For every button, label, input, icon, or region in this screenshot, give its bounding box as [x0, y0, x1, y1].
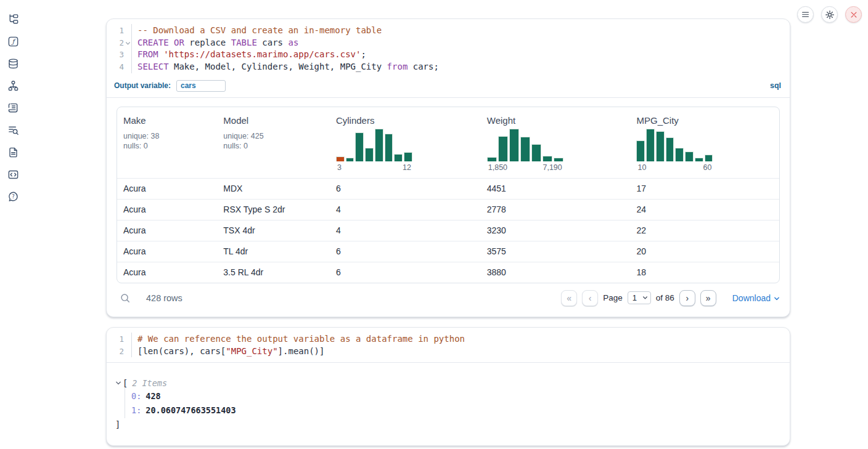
column-label: Model	[223, 115, 327, 126]
histogram-bar	[554, 158, 563, 161]
shutdown-button[interactable]	[845, 6, 862, 23]
line-number: 2	[107, 37, 124, 49]
file-tree-icon[interactable]	[6, 12, 20, 26]
table-row[interactable]: AcuraRSX Type S 2dr4277824	[117, 199, 779, 220]
logs-icon[interactable]	[6, 123, 20, 137]
code-line[interactable]: 1-- Download a CSV and create an in-memo…	[107, 25, 790, 37]
line-number: 3	[107, 49, 124, 61]
code-text: # We can reference the output variable a…	[137, 333, 465, 346]
tree-entry: 1:20.060747663551403	[131, 403, 780, 418]
histogram-bar	[695, 158, 703, 161]
table-row[interactable]: AcuraMDX6445117	[117, 179, 779, 199]
first-page-button[interactable]: «	[561, 290, 577, 306]
column-stat: nulls: 0	[123, 141, 215, 152]
table-cell: 6	[331, 179, 482, 199]
datasources-icon[interactable]	[6, 57, 20, 70]
code-line[interactable]: 3FROM 'https://datasets.marimo.app/cars.…	[107, 49, 790, 61]
histogram-bar	[656, 131, 665, 161]
notebook: 1-- Download a CSV and create an in-memo…	[106, 18, 790, 446]
table-row[interactable]: Acura3.5 RL 4dr6388018	[117, 262, 779, 283]
column-header-weight[interactable]: Weight1,8507,190	[482, 107, 632, 178]
column-stat: unique: 425	[223, 131, 327, 142]
python-output-tree: [ 2 Items 0:4281:20.060747663551403 ]	[107, 363, 790, 445]
functions-icon[interactable]: ƒ	[6, 34, 20, 48]
notebook-actions	[797, 6, 862, 23]
tree-entry: 0:428	[131, 389, 780, 403]
code-line[interactable]: 1# We can reference the output variable …	[107, 333, 790, 346]
page-select[interactable]: 1	[628, 291, 651, 304]
dependency-graph-icon[interactable]	[6, 79, 20, 92]
column-stats: unique: 38nulls: 0	[123, 131, 215, 152]
code-line[interactable]: 2[len(cars), cars["MPG_City"].mean()]	[107, 346, 790, 358]
snippets-icon[interactable]	[6, 168, 20, 181]
table-body: AcuraMDX6445117AcuraRSX Type S 2dr427782…	[117, 179, 779, 283]
table-cell: RSX Type S 2dr	[218, 200, 331, 220]
download-label: Download	[732, 293, 771, 303]
histogram-min-label: 1,850	[488, 163, 507, 172]
scratchpad-icon[interactable]	[6, 101, 20, 115]
cell-output-divider	[107, 97, 790, 98]
fold-chevron-icon[interactable]	[124, 38, 132, 50]
table-row[interactable]: AcuraTSX 4dr4323022	[117, 220, 779, 241]
code-text: SELECT Make, Model, Cylinders, Weight, M…	[137, 61, 439, 73]
code-line[interactable]: 4SELECT Make, Model, Cylinders, Weight, …	[107, 61, 790, 73]
histogram-bar	[685, 152, 694, 161]
column-header-cylinders[interactable]: Cylinders312	[331, 107, 482, 178]
tree-entries: 0:4281:20.060747663551403	[125, 388, 780, 418]
table-row[interactable]: AcuraTL 4dr6357520	[117, 241, 779, 262]
settings-button[interactable]	[821, 6, 838, 23]
search-icon[interactable]	[119, 292, 131, 304]
column-label: Make	[123, 115, 215, 126]
column-header-model[interactable]: Modelunique: 425nulls: 0	[218, 107, 331, 178]
histogram-bar	[375, 129, 383, 161]
python-cell: 1# We can reference the output variable …	[106, 327, 790, 446]
close-bracket: ]	[115, 418, 780, 431]
histogram-bar	[394, 154, 403, 161]
column-label: Cylinders	[336, 115, 478, 126]
histogram-bar	[346, 158, 354, 161]
column-label: MPG_City	[636, 115, 776, 126]
table-cell: 20	[631, 241, 779, 262]
documentation-icon[interactable]	[6, 145, 20, 159]
column-header-mpg_city[interactable]: MPG_City1060	[631, 107, 779, 178]
column-header-make[interactable]: Makeunique: 38nulls: 0	[117, 107, 218, 178]
histogram-bar	[646, 129, 655, 161]
sql-code-editor[interactable]: 1-- Download a CSV and create an in-memo…	[107, 19, 790, 78]
output-variable-row: Output variable: sql	[107, 78, 790, 97]
sidebar-panel-rail: ƒ?	[0, 12, 26, 203]
help-icon[interactable]: ?	[6, 190, 20, 203]
items-count: 2 Items	[132, 378, 167, 388]
code-line[interactable]: 2CREATE OR replace TABLE cars as	[107, 37, 790, 49]
output-variable-label: Output variable:	[114, 81, 171, 90]
table-cell: 4451	[482, 179, 632, 199]
next-page-button[interactable]: ›	[679, 290, 695, 306]
table-cell: 18	[631, 262, 779, 283]
histogram-max-label: 7,190	[542, 163, 562, 172]
histogram-bar	[365, 148, 374, 161]
column-stat: unique: 38	[123, 131, 215, 142]
histogram-bar	[705, 155, 713, 161]
menu-button[interactable]	[797, 6, 814, 23]
table-cell: 3575	[482, 241, 632, 262]
histogram-bar	[520, 137, 530, 161]
tree-entry-value: 20.060747663551403	[145, 405, 235, 415]
table-cell: MDX	[218, 179, 331, 199]
page-select-value: 1	[633, 293, 637, 302]
output-variable-input[interactable]	[176, 80, 226, 92]
table-cell: Acura	[117, 179, 218, 199]
previous-page-button[interactable]: ‹	[582, 290, 598, 306]
table-cell: 2778	[482, 200, 632, 220]
collapse-chevron-icon[interactable]	[115, 380, 121, 386]
download-button[interactable]: Download	[732, 293, 780, 303]
table-cell: TSX 4dr	[218, 220, 331, 241]
code-text: FROM 'https://datasets.marimo.app/cars.c…	[137, 49, 366, 61]
last-page-button[interactable]: »	[700, 290, 716, 306]
histogram-bar	[531, 144, 541, 161]
sql-cell: 1-- Download a CSV and create an in-memo…	[106, 18, 790, 317]
histogram-bars	[336, 129, 412, 161]
line-number: 2	[107, 346, 124, 358]
table-cell: TL 4dr	[218, 241, 331, 262]
table-cell: 6	[331, 262, 482, 283]
python-code-editor[interactable]: 1# We can reference the output variable …	[107, 328, 790, 362]
svg-text:ƒ: ƒ	[10, 38, 16, 45]
